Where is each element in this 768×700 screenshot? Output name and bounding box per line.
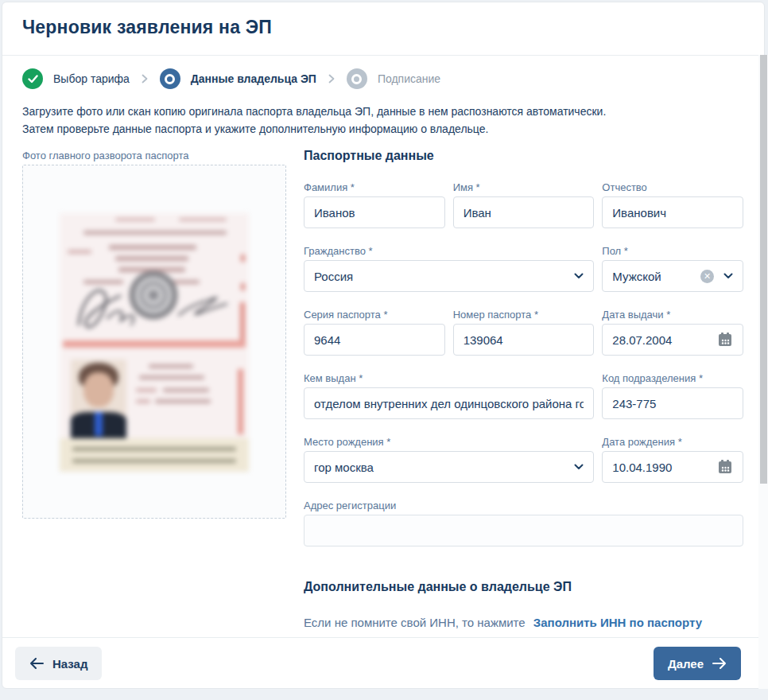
- header-divider: [2, 55, 764, 56]
- next-button-label: Далее: [668, 657, 704, 671]
- citizenship-select[interactable]: Россия: [304, 260, 594, 292]
- calendar-icon[interactable]: [717, 459, 733, 475]
- passport-series-field: Серия паспорта *: [304, 309, 445, 356]
- passport-form-grid: Фамилия * Имя * Отчество Гражданство * Р…: [304, 181, 743, 546]
- arrow-right-icon: [712, 658, 727, 669]
- first-name-label: Имя *: [453, 181, 595, 193]
- birth-date-value: 10.04.1990: [612, 461, 711, 474]
- chevron-right-icon: [328, 74, 335, 84]
- page-title: Черновик заявления на ЭП: [22, 17, 272, 38]
- inn-hint-text: Если не помните свой ИНН, то нажмите: [304, 616, 526, 629]
- radio-pending-icon: [347, 68, 367, 89]
- issue-date-label: Дата выдачи *: [602, 309, 743, 321]
- gender-select[interactable]: Мужской ✕: [602, 260, 743, 292]
- birth-date-label: Дата рождения *: [602, 436, 743, 448]
- footer-divider: [2, 637, 764, 638]
- issued-by-label: Кем выдан *: [304, 372, 594, 384]
- step-signing-label: Подписание: [378, 72, 440, 85]
- intro-line-1: Загрузите фото или скан копию оригинала …: [22, 103, 606, 120]
- division-code-field: Код подразделения *: [602, 372, 743, 419]
- gender-value: Мужской: [612, 270, 694, 283]
- citizenship-field: Гражданство * Россия: [304, 245, 594, 292]
- step-owner-data-label: Данные владельца ЭП: [191, 72, 316, 85]
- calendar-icon[interactable]: [717, 332, 733, 348]
- birth-place-label: Место рождения *: [304, 436, 594, 448]
- chevron-right-icon: [142, 74, 148, 84]
- clear-icon[interactable]: ✕: [700, 270, 714, 283]
- step-owner-data[interactable]: Данные владельца ЭП: [160, 68, 316, 89]
- division-code-input[interactable]: [602, 387, 743, 419]
- next-button[interactable]: Далее: [654, 647, 741, 680]
- middle-name-input[interactable]: [602, 196, 743, 228]
- citizenship-value: Россия: [314, 270, 568, 283]
- intro-line-2: Затем проверьте данные паспорта и укажит…: [22, 120, 606, 138]
- first-name-field: Имя *: [453, 181, 595, 228]
- middle-name-label: Отчество: [602, 181, 743, 193]
- step-signing[interactable]: Подписание: [347, 68, 440, 89]
- step-tariff-label: Выбор тарифа: [53, 72, 130, 85]
- division-code-label: Код подразделения *: [602, 372, 743, 384]
- passport-photo-dropzone[interactable]: [22, 165, 286, 519]
- chevron-down-icon: [723, 273, 733, 279]
- first-name-input[interactable]: [453, 196, 595, 228]
- middle-name-field: Отчество: [602, 181, 743, 228]
- passport-number-input[interactable]: [453, 324, 595, 356]
- birth-place-field: Место рождения * гор москва: [304, 436, 594, 483]
- registration-address-input[interactable]: [304, 515, 743, 546]
- registration-address-label: Адрес регистрации: [304, 500, 743, 511]
- additional-data-heading: Дополнительные данные о владельце ЭП: [304, 580, 743, 594]
- birth-date-field: Дата рождения * 10.04.1990: [602, 436, 743, 483]
- birth-date-input[interactable]: 10.04.1990: [602, 451, 743, 483]
- citizenship-label: Гражданство *: [304, 245, 594, 257]
- last-name-field: Фамилия *: [304, 181, 445, 228]
- chevron-down-icon: [574, 464, 584, 470]
- back-button[interactable]: Назад: [15, 647, 102, 680]
- scrollbar-thumb[interactable]: [760, 55, 767, 484]
- issue-date-field: Дата выдачи * 28.07.2004: [602, 309, 743, 356]
- application-card: Черновик заявления на ЭП Выбор тарифа Да…: [2, 2, 765, 689]
- gender-field: Пол * Мужской ✕: [602, 245, 743, 292]
- passport-number-label: Номер паспорта *: [453, 309, 595, 321]
- passport-data-section: Паспортные данные Фамилия * Имя * Отчест…: [304, 149, 743, 629]
- gender-label: Пол *: [602, 245, 743, 257]
- arrow-left-icon: [29, 658, 44, 669]
- passport-scan-image: [60, 213, 249, 472]
- radio-active-icon: [160, 68, 180, 89]
- intro-text: Загрузите фото или скан копию оригинала …: [22, 103, 606, 138]
- passport-series-input[interactable]: [304, 324, 445, 356]
- registration-address-field: Адрес регистрации: [304, 500, 743, 546]
- issued-by-field: Кем выдан *: [304, 372, 594, 419]
- last-name-input[interactable]: [304, 196, 445, 228]
- birth-place-value: гор москва: [314, 461, 568, 474]
- back-button-label: Назад: [52, 657, 87, 671]
- fill-inn-link[interactable]: Заполнить ИНН по паспорту: [533, 616, 702, 629]
- last-name-label: Фамилия *: [304, 181, 445, 193]
- passport-data-heading: Паспортные данные: [304, 149, 743, 163]
- inn-hint-row: Если не помните свой ИНН, то нажмите Зап…: [304, 616, 743, 629]
- passport-photo-column: Фото главного разворота паспорта: [22, 150, 286, 519]
- passport-number-field: Номер паспорта *: [453, 309, 595, 356]
- issued-by-input[interactable]: [304, 387, 594, 419]
- issue-date-value: 28.07.2004: [612, 333, 711, 347]
- step-tariff[interactable]: Выбор тарифа: [22, 68, 130, 89]
- birth-place-select[interactable]: гор москва: [304, 451, 594, 483]
- issue-date-input[interactable]: 28.07.2004: [602, 324, 743, 356]
- stepper: Выбор тарифа Данные владельца ЭП Подписа…: [22, 68, 440, 90]
- scrollbar-track[interactable]: [758, 55, 768, 689]
- passport-photo-label: Фото главного разворота паспорта: [22, 150, 286, 161]
- chevron-down-icon: [574, 273, 584, 279]
- check-circle-icon: [22, 68, 43, 89]
- passport-series-label: Серия паспорта *: [304, 309, 445, 321]
